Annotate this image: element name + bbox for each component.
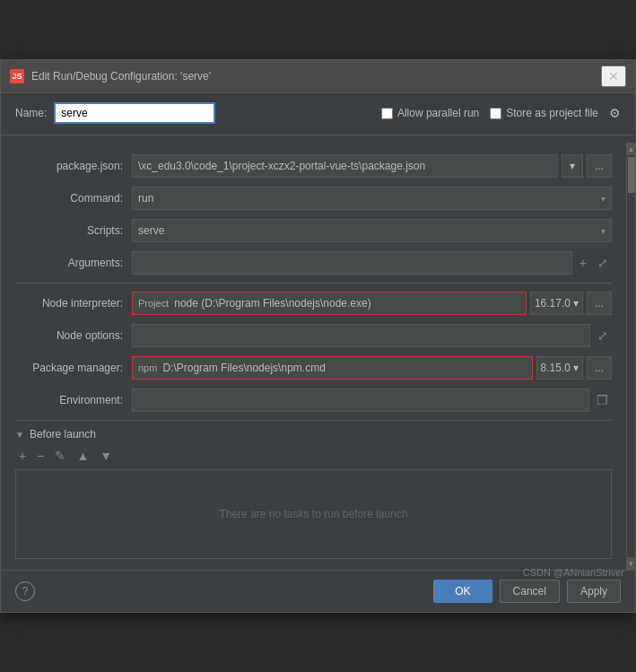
name-input[interactable] (54, 102, 215, 124)
collapse-arrow-icon[interactable]: ▼ (15, 430, 24, 440)
scripts-value: serve (138, 224, 164, 237)
ok-button[interactable]: OK (433, 580, 492, 603)
package-manager-version-dropdown[interactable]: 8.15.0 ▾ (536, 356, 583, 380)
package-json-row: package.json: \xc_edu3.0\code_1\project-… (15, 153, 612, 179)
arguments-controls: + ⤢ (132, 251, 612, 275)
edit-task-btn[interactable]: ✎ (51, 448, 69, 464)
store-as-project-group[interactable]: Store as project file (490, 107, 598, 119)
footer-left: ? (15, 581, 35, 601)
section-divider-2 (15, 420, 612, 421)
scripts-row: Scripts: serve ▾ (15, 218, 612, 243)
package-manager-version: 8.15.0 (541, 362, 571, 374)
add-task-btn[interactable]: + (15, 448, 30, 464)
dialog-footer: ? OK Cancel Apply (1, 570, 635, 612)
node-options-row: Node options: ⤢ (15, 323, 612, 348)
environment-label: Environment: (15, 394, 132, 406)
header-options: Allow parallel run Store as project file… (381, 106, 621, 120)
package-json-controls: \xc_edu3.0\code_1\project-xczx2-portal-v… (132, 154, 612, 178)
package-manager-arrow: ▾ (573, 362, 579, 374)
package-manager-label: Package manager: (15, 362, 132, 374)
node-version: 16.17.0 (535, 297, 571, 310)
before-launch-section: ▼ Before launch (15, 428, 612, 441)
arguments-label: Arguments: (15, 257, 132, 269)
node-interpreter-label: Node interpreter: (15, 297, 132, 310)
command-dropdown[interactable]: run ▾ (132, 187, 612, 210)
arguments-expand-btn[interactable]: ⤢ (594, 254, 612, 272)
section-divider-1 (15, 283, 612, 284)
command-label: Command: (15, 192, 132, 205)
store-as-project-label: Store as project file (506, 107, 598, 119)
package-manager-row: Package manager: npm D:\Program Files\no… (15, 355, 612, 380)
scroll-up-btn[interactable]: ▲ (627, 143, 636, 155)
main-content: package.json: \xc_edu3.0\code_1\project-… (1, 143, 635, 570)
environment-copy-btn[interactable]: ❐ (593, 391, 612, 409)
package-manager-browse-btn[interactable]: ... (587, 356, 612, 380)
node-interpreter-browse-btn[interactable]: ... (587, 292, 612, 315)
footer-right: OK Cancel Apply (433, 580, 621, 603)
before-launch-area: There are no tasks to run before launch (15, 469, 612, 559)
allow-parallel-group[interactable]: Allow parallel run (381, 107, 479, 119)
title-bar-left: JS Edit Run/Debug Configuration: 'serve' (10, 69, 211, 83)
header-divider (1, 135, 635, 135)
node-options-controls: ⤢ (132, 324, 612, 347)
node-interpreter-row: Node interpreter: Project node (D:\Progr… (15, 291, 612, 316)
node-interpreter-field[interactable]: Project node (D:\Program Files\nodejs\no… (132, 292, 527, 315)
package-manager-controls: npm D:\Program Files\nodejs\npm.cmd 8.15… (132, 356, 612, 380)
package-json-label: package.json: (15, 160, 132, 172)
node-version-arrow: ▾ (573, 297, 579, 310)
help-button[interactable]: ? (15, 581, 35, 601)
scripts-arrow: ▾ (601, 226, 606, 236)
app-icon: JS (10, 69, 24, 83)
node-interpreter-path: node (D:\Program Files\nodejs\node.exe) (174, 297, 370, 310)
name-label: Name: (15, 107, 47, 119)
before-launch-empty-msg: There are no tasks to run before launch (219, 508, 407, 520)
package-json-dropdown-btn[interactable]: ▾ (562, 154, 583, 178)
scripts-label: Scripts: (15, 224, 132, 237)
scrollbar[interactable]: ▲ ▼ (626, 143, 635, 570)
command-value: run (138, 192, 153, 205)
package-json-browse-btn[interactable]: ... (587, 154, 612, 178)
command-controls: run ▾ (132, 187, 612, 210)
environment-input[interactable] (132, 388, 589, 412)
dialog: JS Edit Run/Debug Configuration: 'serve'… (0, 59, 636, 613)
package-json-field[interactable]: \xc_edu3.0\code_1\project-xczx2-portal-v… (132, 154, 558, 178)
node-version-dropdown[interactable]: 16.17.0 ▾ (530, 292, 583, 315)
before-launch-toolbar: + − ✎ ▲ ▼ (15, 448, 612, 464)
package-json-value: \xc_edu3.0\code_1\project-xczx2-portal-v… (138, 160, 425, 172)
package-manager-prefix: npm (138, 362, 157, 373)
remove-task-btn[interactable]: − (33, 448, 48, 464)
environment-row: Environment: ❐ (15, 388, 612, 413)
dialog-title: Edit Run/Debug Configuration: 'serve' (31, 70, 211, 83)
node-options-label: Node options: (15, 329, 132, 342)
node-options-expand-btn[interactable]: ⤢ (594, 327, 612, 345)
package-manager-path: D:\Program Files\nodejs\npm.cmd (162, 362, 325, 374)
node-interpreter-controls: Project node (D:\Program Files\nodejs\no… (132, 292, 612, 315)
cancel-button[interactable]: Cancel (500, 580, 560, 603)
arguments-add-btn[interactable]: + (576, 254, 590, 272)
move-up-btn[interactable]: ▲ (73, 448, 92, 464)
scroll-thumb[interactable] (628, 157, 635, 193)
form-area: package.json: \xc_edu3.0\code_1\project-… (1, 143, 626, 570)
store-as-project-checkbox[interactable] (490, 108, 501, 119)
arguments-row: Arguments: + ⤢ (15, 250, 612, 275)
move-down-btn[interactable]: ▼ (96, 448, 116, 464)
node-interpreter-prefix: Project (138, 298, 169, 309)
gear-icon[interactable]: ⚙ (609, 106, 621, 120)
scripts-controls: serve ▾ (132, 219, 612, 242)
allow-parallel-checkbox[interactable] (381, 108, 393, 119)
scripts-dropdown[interactable]: serve ▾ (132, 219, 612, 242)
allow-parallel-label: Allow parallel run (397, 107, 479, 119)
command-arrow: ▾ (601, 194, 606, 204)
package-manager-field[interactable]: npm D:\Program Files\nodejs\npm.cmd (132, 356, 533, 380)
arguments-input[interactable] (132, 251, 572, 275)
environment-controls: ❐ (132, 388, 612, 412)
node-options-input[interactable] (132, 324, 590, 347)
title-bar: JS Edit Run/Debug Configuration: 'serve'… (1, 60, 635, 93)
close-button[interactable]: ✕ (601, 65, 626, 87)
command-row: Command: run ▾ (15, 186, 612, 211)
before-launch-label: Before launch (30, 428, 96, 441)
scroll-down-btn[interactable]: ▼ (627, 557, 636, 570)
apply-button[interactable]: Apply (567, 580, 621, 603)
